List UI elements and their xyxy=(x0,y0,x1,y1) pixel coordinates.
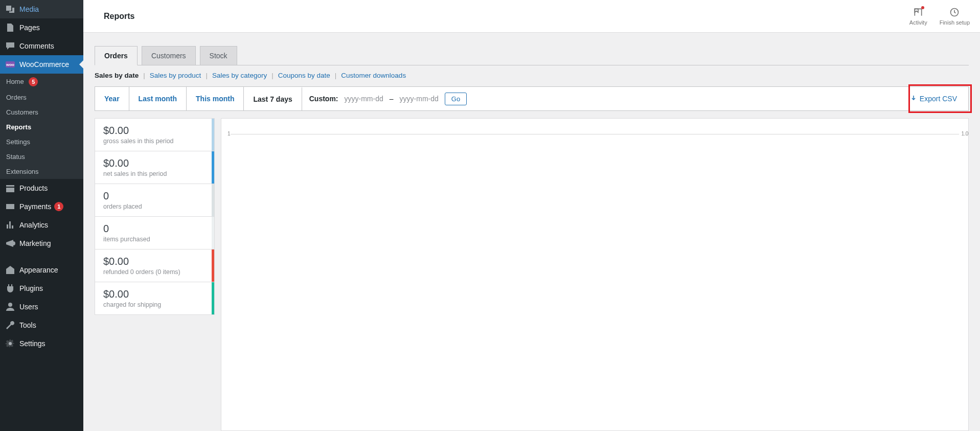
subtab-customer-downloads[interactable]: Customer downloads xyxy=(341,72,406,79)
sidebar-label: Analytics xyxy=(19,221,48,229)
range-last-month[interactable]: Last month xyxy=(129,87,187,110)
sidebar-label: Marketing xyxy=(19,239,51,247)
sidebar-label: Products xyxy=(19,184,48,192)
sidebar-item-woocommerce[interactable]: woo WooCommerce xyxy=(0,55,83,74)
finish-setup-button[interactable]: Finish setup xyxy=(940,7,970,26)
sidebar-item-pages[interactable]: Pages xyxy=(0,18,83,37)
clock-icon xyxy=(949,7,960,18)
sidebar-label: Pages xyxy=(19,24,40,32)
report-tabs: Orders Customers Stock xyxy=(95,46,969,65)
activity-button[interactable]: Activity xyxy=(909,7,927,26)
sidebar-label: Payments xyxy=(19,202,51,211)
download-icon xyxy=(910,95,917,103)
sidebar-label: Users xyxy=(19,303,38,311)
submenu-reports[interactable]: Reports xyxy=(0,120,83,134)
subtab-sales-by-date[interactable]: Sales by date xyxy=(95,72,139,79)
users-icon xyxy=(5,302,15,312)
sidebar-item-appearance[interactable]: Appearance xyxy=(0,261,83,279)
sidebar-item-tools[interactable]: Tools xyxy=(0,316,83,334)
activity-icon xyxy=(913,7,923,18)
stat-items-purchased[interactable]: 0 items purchased xyxy=(95,216,215,249)
go-button[interactable]: Go xyxy=(445,93,467,105)
tools-icon xyxy=(5,320,15,330)
separator: | xyxy=(143,72,145,79)
topbar: Reports Activity Finish setup xyxy=(83,0,980,33)
stat-shipping[interactable]: $0.00 charged for shipping xyxy=(95,282,215,315)
separator: | xyxy=(335,72,337,79)
plugins-icon xyxy=(5,283,15,293)
tab-stock[interactable]: Stock xyxy=(200,46,237,65)
home-badge: 5 xyxy=(29,77,38,86)
sidebar-item-analytics[interactable]: Analytics xyxy=(0,216,83,234)
subtab-sales-by-category[interactable]: Sales by category xyxy=(212,72,267,79)
sidebar-item-marketing[interactable]: Marketing xyxy=(0,234,83,253)
tab-customers[interactable]: Customers xyxy=(142,46,196,65)
main-content: Reports Activity Finish setup Orders Cus… xyxy=(83,0,980,431)
sidebar-item-users[interactable]: Users xyxy=(0,298,83,316)
chart-axis-left: 1 xyxy=(227,131,231,137)
submenu-status[interactable]: Status xyxy=(0,149,83,164)
settings-icon xyxy=(5,338,15,349)
products-icon xyxy=(5,183,15,193)
date-from-input[interactable]: yyyy-mm-dd xyxy=(345,95,383,103)
export-csv-button[interactable]: Export CSV xyxy=(899,87,968,110)
range-custom: Custom: yyyy-mm-dd – yyyy-mm-dd Go xyxy=(302,87,474,110)
sidebar-item-payments[interactable]: Payments 1 xyxy=(0,197,83,216)
subtab-coupons-by-date[interactable]: Coupons by date xyxy=(278,72,330,79)
comments-icon xyxy=(5,41,15,51)
chart-area: 1 1.00 xyxy=(221,118,969,431)
marketing-icon xyxy=(5,238,15,248)
subtab-sales-by-product[interactable]: Sales by product xyxy=(150,72,201,79)
stat-stripe xyxy=(212,184,214,216)
media-icon xyxy=(5,4,15,14)
stat-orders-placed[interactable]: 0 orders placed xyxy=(95,184,215,217)
submenu-customers[interactable]: Customers xyxy=(0,105,83,120)
range-this-month[interactable]: This month xyxy=(187,87,244,110)
sidebar-item-settings[interactable]: Settings xyxy=(0,334,83,353)
sidebar-label: WooCommerce xyxy=(19,60,69,69)
submenu-extensions[interactable]: Extensions xyxy=(0,164,83,179)
date-dash: – xyxy=(390,95,394,103)
submenu-orders[interactable]: Orders xyxy=(0,90,83,105)
range-year[interactable]: Year xyxy=(95,87,129,110)
date-to-input[interactable]: yyyy-mm-dd xyxy=(400,95,439,103)
svg-point-0 xyxy=(8,303,12,307)
stat-stripe xyxy=(212,249,214,282)
tab-orders[interactable]: Orders xyxy=(95,46,138,65)
sidebar-label: Tools xyxy=(19,321,36,329)
date-range-bar: Year Last month This month Last 7 days C… xyxy=(95,86,969,111)
sidebar-item-comments[interactable]: Comments xyxy=(0,37,83,55)
stat-stripe xyxy=(212,282,214,314)
woocommerce-submenu: Home 5 Orders Customers Reports Settings… xyxy=(0,74,83,179)
analytics-icon xyxy=(5,220,15,230)
sidebar-label: Settings xyxy=(19,339,45,348)
sidebar-item-media[interactable]: Media xyxy=(0,0,83,18)
chart-axis-right: 1.00 xyxy=(962,131,969,137)
chart-axis-line xyxy=(231,134,959,134)
page-title: Reports xyxy=(104,12,134,21)
separator: | xyxy=(206,72,208,79)
payments-icon xyxy=(5,201,15,212)
sidebar-item-products[interactable]: Products xyxy=(0,179,83,197)
stat-gross-sales[interactable]: $0.00 gross sales in this period xyxy=(95,118,215,151)
range-last-7-days[interactable]: Last 7 days xyxy=(244,87,302,110)
submenu-home[interactable]: Home 5 xyxy=(0,74,83,90)
sidebar-label: Appearance xyxy=(19,266,58,274)
topbar-actions: Activity Finish setup xyxy=(909,7,970,26)
separator: | xyxy=(271,72,274,79)
report-subtabs: Sales by date | Sales by product | Sales… xyxy=(95,72,969,79)
stat-refunded[interactable]: $0.00 refunded 0 orders (0 items) xyxy=(95,249,215,282)
sidebar-item-plugins[interactable]: Plugins xyxy=(0,279,83,298)
report-body: $0.00 gross sales in this period $0.00 n… xyxy=(95,118,969,431)
notification-dot-icon xyxy=(921,6,924,9)
pages-icon xyxy=(5,22,15,33)
stat-stripe xyxy=(212,151,214,184)
stat-stripe xyxy=(212,119,214,151)
stat-net-sales[interactable]: $0.00 net sales in this period xyxy=(95,151,215,184)
stat-stripe xyxy=(212,217,214,249)
sidebar-label: Media xyxy=(19,5,39,13)
custom-label: Custom: xyxy=(309,95,338,103)
admin-sidebar: Media Pages Comments woo WooCommerce Hom… xyxy=(0,0,83,431)
payments-badge: 1 xyxy=(54,202,63,211)
submenu-settings[interactable]: Settings xyxy=(0,134,83,149)
